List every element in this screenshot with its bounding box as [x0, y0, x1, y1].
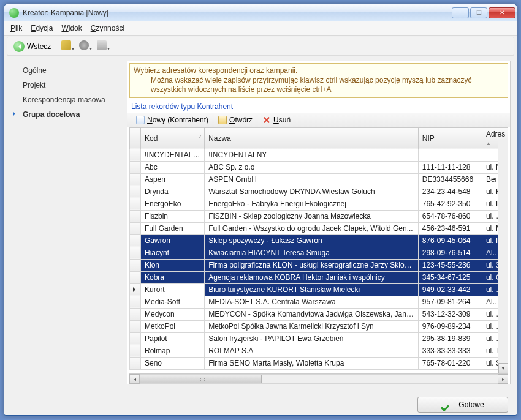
cell-nazwa[interactable]: EnergoEko - Fabryka Energii Ekologicznej	[205, 198, 419, 210]
cell-nazwa[interactable]: Salon fryzjerski - PAPILOT Ewa Grzebień	[205, 332, 419, 345]
cell-kod[interactable]: Full Garden	[141, 222, 205, 234]
cell-nip[interactable]: 333-33-33-333	[418, 345, 482, 357]
cell-kod[interactable]: !INCYDENTALNY	[141, 149, 205, 161]
row-handle-header[interactable]	[130, 127, 141, 149]
cell-nazwa[interactable]: Kwiaciarnia HIACYNT Teresa Smuga	[205, 247, 419, 259]
cell-nip[interactable]: 111-11-11-128	[418, 161, 482, 173]
cell-kod[interactable]: Klon	[141, 259, 205, 271]
horizontal-scrollbar[interactable]: ◂ ▸	[129, 373, 508, 384]
vertical-scrollbar[interactable]: ▼	[498, 140, 508, 373]
cell-nazwa[interactable]: MetkoPol Spółka Jawna Karmelicki Krzyszt…	[205, 320, 419, 332]
table-row[interactable]: FiszbinFISZBIN - Sklep zoologiczny Joann…	[130, 210, 508, 222]
nav-item-general[interactable]: Ogólne	[10, 63, 122, 78]
titlebar[interactable]: Kreator: Kampania [Nowy] — ☐ ✕	[4, 4, 517, 21]
cell-nazwa[interactable]: ROLMAP S.A	[205, 345, 419, 357]
cell-kod[interactable]: EnergoEko	[141, 198, 205, 210]
table-row[interactable]: !INCYDENTALNY!INCYDENTALNY	[130, 149, 508, 161]
scroll-thumb[interactable]	[140, 375, 262, 383]
row-handle[interactable]	[130, 149, 141, 161]
table-row[interactable]: KobraAgencja reklamowa KOBRA Hektor Jani…	[130, 271, 508, 283]
cell-kod[interactable]: Abc	[141, 161, 205, 173]
cell-kod[interactable]: MetkoPol	[141, 320, 205, 332]
cell-nazwa[interactable]: MEDYCON - Spółka Komandytowa Jadwiga Ols…	[205, 308, 419, 320]
back-button[interactable]: Wstecz	[13, 41, 51, 52]
cell-nazwa[interactable]: Firma poligraficzna KLON - usługi kserog…	[205, 259, 419, 271]
menu-actions[interactable]: Czynności	[91, 24, 124, 32]
table-row[interactable]: Media-SoftMEDIA-SOFT S.A. Centrala Warsz…	[130, 296, 508, 308]
maximize-button[interactable]: ☐	[470, 7, 487, 18]
row-handle[interactable]	[130, 161, 141, 173]
table-row[interactable]: MetkoPolMetkoPol Spółka Jawna Karmelicki…	[130, 320, 508, 332]
cell-nip[interactable]: 654-78-76-860	[418, 210, 482, 222]
row-handle[interactable]	[130, 296, 141, 308]
scroll-track[interactable]	[140, 374, 498, 384]
table-row[interactable]: AspenASPEN GmbHDE3334455666Berlir	[130, 173, 508, 186]
cell-nip[interactable]: 949-02-33-442	[418, 283, 482, 296]
table-row[interactable]: HiacyntKwiaciarnia HIACYNT Teresa Smuga2…	[130, 247, 508, 259]
row-handle[interactable]	[130, 283, 141, 296]
cell-kod[interactable]: Kobra	[141, 271, 205, 283]
scroll-right-button[interactable]: ▸	[498, 374, 508, 384]
row-handle[interactable]	[130, 320, 141, 332]
close-button[interactable]: ✕	[489, 7, 515, 18]
minimize-button[interactable]: —	[452, 7, 469, 18]
row-handle[interactable]	[130, 234, 141, 247]
menu-file[interactable]: Plik	[10, 24, 22, 32]
cell-kod[interactable]: Rolmap	[141, 345, 205, 357]
cell-nip[interactable]: 123-45-55-236	[418, 259, 482, 271]
cell-nip[interactable]: 298-09-76-514	[418, 247, 482, 259]
scroll-left-button[interactable]: ◂	[129, 374, 140, 384]
cell-nip[interactable]: 876-09-45-064	[418, 234, 482, 247]
cell-kod[interactable]: Papilot	[141, 332, 205, 345]
row-handle[interactable]	[130, 210, 141, 222]
cell-kod[interactable]: Aspen	[141, 173, 205, 186]
row-handle[interactable]	[130, 198, 141, 210]
row-handle[interactable]	[130, 173, 141, 186]
cell-nazwa[interactable]: !INCYDENTALNY	[205, 149, 419, 161]
table-row[interactable]: DryndaWarsztat Samochodowy DRYNDA Wiesła…	[130, 186, 508, 198]
cell-nip[interactable]: 345-34-67-125	[418, 271, 482, 283]
cell-nip[interactable]: 456-23-46-591	[418, 222, 482, 234]
nav-item-target-group[interactable]: Grupa docelowa	[10, 107, 122, 122]
new-record-button[interactable]: Nowy (Kontrahent)	[136, 116, 208, 124]
table-row[interactable]: EnergoEkoEnergoEko - Fabryka Energii Eko…	[130, 198, 508, 210]
cell-nazwa[interactable]: Sklep spożywczy - Łukasz Gawron	[205, 234, 419, 247]
table-row[interactable]: SenoFirma SENO Marta Masły, Wioletta Kru…	[130, 357, 508, 369]
row-handle[interactable]	[130, 357, 141, 369]
row-handle[interactable]	[130, 222, 141, 234]
contractors-grid[interactable]: Kod⁄ Nazwa NIP Adres ▲ !INCYDENTALNY!INC…	[129, 127, 508, 370]
row-handle[interactable]	[130, 308, 141, 320]
cell-kod[interactable]: Hiacynt	[141, 247, 205, 259]
cell-nip[interactable]: 957-09-81-264	[418, 296, 482, 308]
row-handle[interactable]	[130, 247, 141, 259]
column-nazwa[interactable]: Nazwa	[205, 127, 419, 149]
scroll-down-button[interactable]: ▼	[498, 363, 508, 373]
cell-kod[interactable]: Seno	[141, 357, 205, 369]
row-handle[interactable]	[130, 259, 141, 271]
cell-kod[interactable]: Medycon	[141, 308, 205, 320]
cell-nazwa[interactable]: ASPEN GmbH	[205, 173, 419, 186]
column-kod[interactable]: Kod⁄	[141, 127, 205, 149]
table-row[interactable]: Full GardenFull Garden - Wszystko do ogr…	[130, 222, 508, 234]
cell-nip[interactable]: 765-78-01-220	[418, 357, 482, 369]
cell-nazwa[interactable]: MEDIA-SOFT S.A. Centrala Warszawa	[205, 296, 419, 308]
ready-button[interactable]: Gotowe	[417, 397, 508, 413]
cell-kod[interactable]: Kurort	[141, 283, 205, 296]
open-record-button[interactable]: Otwórz	[218, 116, 253, 124]
row-handle[interactable]	[130, 271, 141, 283]
delete-record-button[interactable]: Usuń	[262, 116, 291, 124]
cell-kod[interactable]: Fiszbin	[141, 210, 205, 222]
cell-kod[interactable]: Drynda	[141, 186, 205, 198]
menu-view[interactable]: Widok	[61, 24, 82, 32]
print-button[interactable]: ▾	[97, 40, 110, 52]
cell-nazwa[interactable]: Agencja reklamowa KOBRA Hektor Janiak i …	[205, 271, 419, 283]
cell-nazwa[interactable]: Biuro turystyczne KURORT Stanisław Miele…	[205, 283, 419, 296]
tools-button[interactable]: ▾	[79, 40, 92, 52]
cell-nazwa[interactable]: Firma SENO Marta Masły, Wioletta Krupa	[205, 357, 419, 369]
table-row[interactable]: KlonFirma poligraficzna KLON - usługi ks…	[130, 259, 508, 271]
cell-kod[interactable]: Media-Soft	[141, 296, 205, 308]
cell-nazwa[interactable]: Warsztat Samochodowy DRYNDA Wiesław Golu…	[205, 186, 419, 198]
table-row[interactable]: AbcABC Sp. z o.o111-11-11-128ul. N	[130, 161, 508, 173]
table-row[interactable]: MedyconMEDYCON - Spółka Komandytowa Jadw…	[130, 308, 508, 320]
row-handle[interactable]	[130, 186, 141, 198]
